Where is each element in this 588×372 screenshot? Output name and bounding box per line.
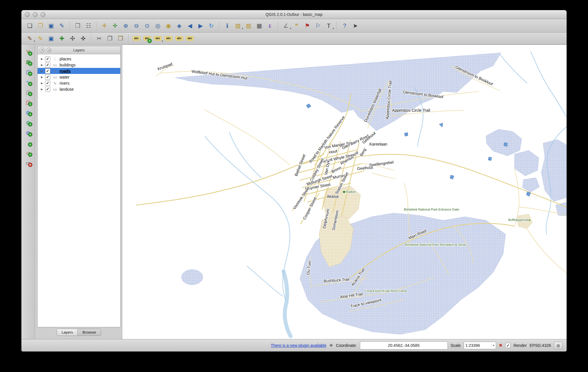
change-label-properties-button[interactable]: abc — [185, 34, 195, 43]
crs-status-icon[interactable]: ◍ — [554, 342, 563, 349]
save-project-button[interactable]: ▣ — [46, 21, 56, 31]
add-vector-layer-button[interactable]: V+ — [23, 47, 33, 56]
add-spatialite-layer-button[interactable]: ∿+ — [23, 78, 33, 86]
layer-checkbox[interactable]: ✓ — [45, 81, 50, 86]
tab-layers[interactable]: Layers — [57, 329, 78, 336]
pan-map-button[interactable]: ✛ — [99, 21, 109, 31]
add-wms-layer-button[interactable]: ◍+ — [23, 108, 33, 117]
add-delimited-text-layer-button[interactable]: ,+ — [23, 138, 33, 147]
show-hide-labels-button[interactable]: abc▾ — [153, 34, 163, 43]
expand-arrow-icon[interactable]: ▶ — [40, 82, 43, 85]
dropdown-arrow-icon[interactable]: ▾ — [290, 27, 291, 30]
expand-arrow-icon[interactable]: ▶ — [40, 76, 43, 79]
panel-close-icon[interactable]: ✕ — [40, 48, 45, 53]
add-raster-layer-button[interactable]: ▦+ — [23, 57, 33, 66]
expand-arrow-icon[interactable]: ▶ — [40, 70, 43, 72]
dropdown-arrow-icon[interactable]: ▾ — [242, 27, 243, 30]
layer-checkbox[interactable]: ✓ — [45, 56, 50, 62]
expand-arrow-icon[interactable]: ▶ — [40, 64, 43, 66]
close-button[interactable] — [25, 12, 30, 17]
refresh-map-button[interactable]: ↻ — [206, 21, 216, 31]
new-shapefile-layer-button[interactable]: ▱+ — [23, 148, 33, 157]
map-canvas-svg[interactable]: KruispadWolfkloof Hut to Glenstroom HutG… — [122, 45, 567, 339]
expand-arrow-icon[interactable]: ▶ — [40, 88, 43, 91]
scale-combo[interactable]: 1:23396 ▾ — [464, 342, 496, 349]
dropdown-arrow-icon[interactable]: ▾ — [34, 40, 35, 42]
zoom-to-selection-button[interactable]: ◉ — [164, 21, 173, 31]
show-bookmarks-button[interactable]: ⚐ — [313, 21, 323, 31]
pan-to-selection-button[interactable]: ✛ — [110, 21, 120, 31]
new-bookmark-button[interactable]: ⚑ — [302, 21, 312, 31]
plugin-icon[interactable]: ❖ — [329, 343, 333, 348]
new-print-composer-button[interactable]: ❒ — [73, 21, 83, 31]
dropdown-arrow-icon[interactable]: ▾ — [333, 27, 334, 30]
layer-checkbox[interactable]: ✓ — [45, 75, 50, 80]
plugin-available-link[interactable]: There is a new plugin available — [271, 343, 326, 348]
add-oracle-layer-button[interactable]: ◫+ — [23, 98, 33, 107]
zoom-out-button[interactable]: ⊖ — [132, 21, 141, 31]
open-project-button[interactable]: ❐ — [36, 21, 45, 31]
layer-labeling-options-button[interactable]: abc+ — [142, 34, 152, 43]
select-features-button[interactable]: ▧▾ — [233, 21, 243, 31]
deselect-features-button[interactable]: ▨ — [244, 21, 254, 31]
layer-row-landuse[interactable]: ▶ ✓ ▭ landuse — [38, 86, 120, 92]
zoom-button[interactable] — [40, 12, 45, 17]
save-layer-edits-button[interactable]: ▣ — [46, 34, 56, 43]
copy-features-button[interactable]: ❐ — [105, 34, 115, 43]
minimize-button[interactable] — [33, 12, 38, 17]
title-bar[interactable]: QGIS 2.0.1-Dufour - basic_map — [21, 10, 567, 19]
add-postgis-layer-button[interactable]: ◫+ — [23, 68, 33, 76]
chevron-down-icon[interactable]: ▾ — [491, 344, 494, 347]
coordinate-input[interactable] — [360, 341, 448, 349]
cut-features-button[interactable]: ✂ — [94, 34, 104, 43]
zoom-full-button[interactable]: ◎ — [153, 21, 163, 31]
zoom-in-button[interactable]: ⊕ — [121, 21, 131, 31]
rotate-label-button[interactable]: abc — [174, 34, 184, 43]
move-label-button[interactable]: abc — [164, 34, 173, 43]
annotation-button[interactable]: T▾ — [324, 21, 334, 31]
layer-row-roads[interactable]: ▶ ✓ ∿ roads — [38, 68, 120, 74]
tab-browser[interactable]: Browser — [78, 329, 101, 336]
current-edits-button[interactable]: ✎▾ — [25, 34, 35, 43]
open-attribute-table-button[interactable]: ▦ — [254, 21, 264, 31]
layer-row-buildings[interactable]: ▶ ✓ ▭ buildings — [38, 62, 120, 68]
add-postgis-layer-badge-icon: + — [28, 72, 32, 76]
layer-checkbox[interactable]: ✓ — [45, 68, 50, 74]
zoom-next-button[interactable]: ▶ — [196, 21, 206, 31]
move-feature-button[interactable]: ✣ — [68, 34, 77, 43]
field-calculator-button[interactable]: ε — [265, 21, 275, 31]
dropdown-arrow-icon[interactable]: ▾ — [162, 40, 163, 42]
new-project-button[interactable]: ❏ — [25, 21, 35, 31]
paste-features-button[interactable]: ❒ — [116, 34, 125, 43]
map-tips-button[interactable]: ❝ — [292, 21, 302, 31]
help-button[interactable]: ? — [340, 21, 350, 31]
layer-checkbox[interactable]: ✓ — [45, 87, 50, 92]
zoom-last-button[interactable]: ◀ — [185, 21, 195, 31]
add-wfs-layer-button[interactable]: ◍+ — [23, 128, 33, 137]
layer-label: buildings — [60, 63, 75, 67]
save-project-as-button[interactable]: ✎ — [57, 21, 67, 31]
node-tool-button[interactable]: ✜ — [78, 34, 88, 43]
composer-manager-button[interactable]: ☷ — [84, 21, 93, 31]
add-feature-button[interactable]: ✚ — [57, 34, 67, 43]
zoom-native-icon: ⊙ — [145, 23, 150, 29]
render-checkbox[interactable]: ✓ — [505, 343, 511, 348]
layer-checkbox[interactable]: ✓ — [45, 62, 50, 68]
expand-arrow-icon[interactable]: ▶ — [40, 57, 43, 60]
layer-row-places[interactable]: ▶ ✓ ∴ places — [38, 56, 120, 62]
add-wcs-layer-button[interactable]: ◍+ — [23, 118, 33, 127]
zoom-to-layer-button[interactable]: ◈ — [174, 21, 184, 31]
zoom-native-button[interactable]: ⊙ — [142, 21, 152, 31]
stop-render-icon[interactable]: ✖ — [499, 343, 503, 348]
measure-button[interactable]: ∠▾ — [281, 21, 291, 31]
remove-layer-button[interactable]: ▭✕ — [23, 159, 33, 167]
whats-this-button[interactable]: ➤ — [350, 21, 360, 31]
identify-features-button[interactable]: ℹ — [222, 21, 232, 31]
layer-labeling-button[interactable]: abc — [132, 34, 141, 43]
layer-row-water[interactable]: ▶ ✓ ▭ water — [38, 74, 120, 80]
toggle-editing-button[interactable]: ✎ — [36, 34, 45, 43]
panel-detach-icon[interactable]: ◱ — [47, 48, 51, 53]
layer-row-rivers[interactable]: ▶ ✓ ∿ rivers — [38, 80, 120, 86]
map-canvas[interactable]: KruispadWolfkloof Hut to Glenstroom HutG… — [122, 44, 567, 339]
add-mssql-layer-button[interactable]: ◫+ — [23, 88, 33, 96]
